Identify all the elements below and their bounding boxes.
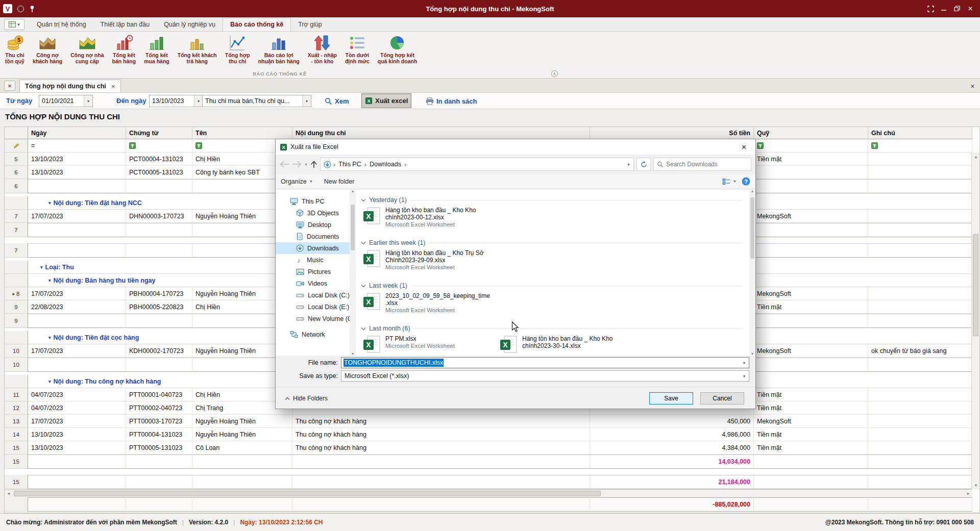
- row-indicator[interactable]: 9: [5, 300, 28, 314]
- report-type-select[interactable]: Thu chi mua bán,Thu chi qu...▼: [202, 95, 311, 107]
- to-date-input[interactable]: 13/10/2023▼: [149, 95, 203, 107]
- cell-quy[interactable]: MekongSoft: [754, 210, 868, 223]
- horizontal-scrollbar[interactable]: ◂ ▸: [5, 489, 972, 497]
- app-logo-icon[interactable]: V: [3, 4, 12, 13]
- restore-button[interactable]: [950, 2, 964, 16]
- cell-sotien[interactable]: 4,986,000: [590, 428, 754, 441]
- column-header-quy[interactable]: Quỹ: [754, 127, 868, 139]
- cell-quy[interactable]: [754, 179, 868, 193]
- menu-tab-1[interactable]: Quản trị hệ thống: [30, 18, 93, 31]
- hide-folders-button[interactable]: Hide Folders: [282, 392, 331, 404]
- row-indicator[interactable]: 10: [5, 344, 28, 358]
- cell-ten[interactable]: Nguyễn Hoàng Thiên: [192, 428, 292, 441]
- cell-ghichu[interactable]: ok chuyển từ báo giá sang: [868, 344, 972, 358]
- group-expand-icon[interactable]: ▾: [40, 265, 43, 270]
- cell-ghichu[interactable]: [868, 243, 972, 258]
- cell-chungtu[interactable]: PTT00004-131023: [126, 428, 192, 441]
- filter-icon[interactable]: [129, 142, 136, 149]
- print-list-button[interactable]: In danh sách: [423, 94, 480, 108]
- cell-quy[interactable]: MekongSoft: [754, 415, 868, 428]
- row-indicator[interactable]: ▸8: [5, 287, 28, 300]
- hscroll-thumb[interactable]: [14, 491, 601, 496]
- row-indicator[interactable]: [5, 261, 28, 274]
- row-indicator[interactable]: [5, 331, 28, 344]
- cell-chungtu[interactable]: PCT00004-131023: [126, 153, 192, 166]
- menu-tab-2[interactable]: Thiết lập ban đầu: [93, 18, 157, 31]
- cell-ghichu[interactable]: [868, 287, 972, 300]
- pin-icon[interactable]: [29, 5, 35, 13]
- history-dropdown-icon[interactable]: ▼: [304, 158, 308, 170]
- close-button[interactable]: ✕: [964, 2, 977, 16]
- cell-chungtu[interactable]: PCT00005-131023: [126, 166, 192, 179]
- cell-quy[interactable]: [754, 223, 868, 237]
- cell-quy[interactable]: [754, 454, 868, 469]
- filter-icon[interactable]: [195, 142, 202, 149]
- menu-tab-4[interactable]: Báo cáo thống kê: [223, 18, 291, 31]
- cell-ngay[interactable]: [28, 475, 126, 489]
- filter-row-indicator[interactable]: [5, 139, 28, 153]
- cell-ghichu[interactable]: [868, 475, 972, 489]
- sidebar-item-local-disk-c-[interactable]: Local Disk (C:): [276, 289, 350, 301]
- column-header-ngay[interactable]: Ngày: [28, 127, 126, 139]
- filter-icon[interactable]: [757, 142, 764, 149]
- cell-ngay[interactable]: 13/10/2023: [28, 166, 126, 179]
- row-indicator[interactable]: 15: [5, 441, 28, 454]
- cell-ghichu[interactable]: [868, 388, 972, 401]
- row-indicator[interactable]: [5, 375, 28, 388]
- file-list-scroll-thumb[interactable]: [750, 197, 754, 259]
- cell-ngay[interactable]: [28, 179, 126, 193]
- cell-ten[interactable]: [192, 454, 292, 469]
- file-group-header[interactable]: Last week (1): [361, 281, 749, 290]
- cell-quy[interactable]: Tiền mặt: [754, 428, 868, 441]
- cell-ngay[interactable]: [28, 454, 126, 469]
- column-header-ghichu[interactable]: Ghi chú: [868, 127, 972, 139]
- filter-cell-chungtu[interactable]: [126, 139, 192, 153]
- cell-chungtu[interactable]: [126, 223, 192, 237]
- cell-ngay[interactable]: 17/07/2023: [28, 344, 126, 358]
- row-indicator[interactable]: 7: [5, 243, 28, 258]
- ribbon-button-11[interactable]: Tổng hợp kếtquả kinh doanh: [374, 32, 422, 69]
- breadcrumb-this-pc[interactable]: This PC: [337, 161, 362, 168]
- cell-ten[interactable]: Cô Loan: [192, 441, 292, 454]
- cell-ngay[interactable]: 17/07/2023: [28, 415, 126, 428]
- file-item[interactable]: XHàng tồn kho ban đầu _ Kho Kho chính202…: [498, 334, 634, 356]
- ribbon-button-2[interactable]: Công nợkhách hàng: [29, 32, 66, 69]
- save-type-select[interactable]: Microsoft Excel (*.xlsx) ▼: [341, 370, 749, 382]
- cell-noidung[interactable]: Thu công nợ khách hàng: [292, 428, 590, 441]
- cell-sotien[interactable]: 14,034,000: [590, 454, 754, 469]
- cell-ghichu[interactable]: [868, 166, 972, 179]
- tabbar-close-icon[interactable]: ✕: [970, 83, 975, 90]
- row-indicator[interactable]: 15: [5, 475, 28, 489]
- group-expand-icon[interactable]: ▾: [48, 335, 51, 340]
- row-indicator[interactable]: 9: [5, 314, 28, 328]
- dialog-title-bar[interactable]: X Xuất ra file Excel ✕: [276, 139, 755, 155]
- row-indicator[interactable]: 13: [5, 415, 28, 428]
- cell-chungtu[interactable]: [126, 358, 192, 372]
- cell-ngay[interactable]: 04/07/2023: [28, 388, 126, 401]
- sidebar-item-videos[interactable]: Videos: [276, 277, 350, 289]
- cell-ten[interactable]: [192, 475, 292, 489]
- cell-ghichu[interactable]: [868, 454, 972, 469]
- cell-quy[interactable]: MekongSoft: [754, 287, 868, 300]
- cell-chungtu[interactable]: [126, 475, 192, 489]
- row-indicator[interactable]: [5, 497, 28, 512]
- filter-cell-quy[interactable]: [754, 139, 868, 153]
- cell-noidung[interactable]: Thu công nợ khách hàng: [292, 441, 590, 454]
- group-expand-icon[interactable]: ▾: [48, 200, 51, 206]
- minimize-button[interactable]: [937, 2, 950, 16]
- row-indicator[interactable]: 10: [5, 358, 28, 372]
- cancel-button[interactable]: Cancel: [700, 392, 744, 404]
- cell-ghichu[interactable]: [868, 497, 972, 512]
- ribbon-button-4[interactable]: Tổng kếtbán hàng: [108, 32, 140, 69]
- cell-ghichu[interactable]: [868, 314, 972, 328]
- column-header-chungtu[interactable]: Chứng từ: [126, 127, 192, 139]
- sidebar-item-pictures[interactable]: Pictures: [276, 266, 350, 277]
- cell-quy[interactable]: [754, 314, 868, 328]
- table-row-14[interactable]: 1413/10/2023PTT00004-131023Nguyễn Hoàng …: [5, 428, 972, 441]
- cell-ghichu[interactable]: [868, 210, 972, 223]
- organize-button[interactable]: Organize▼: [281, 178, 313, 185]
- sidebar-item-documents[interactable]: Documents: [276, 231, 350, 242]
- ribbon-button-9[interactable]: Xuất - nhập- tồn kho: [304, 32, 341, 69]
- view-button[interactable]: Xem: [322, 94, 352, 108]
- close-all-tabs-button[interactable]: ✕: [4, 81, 15, 91]
